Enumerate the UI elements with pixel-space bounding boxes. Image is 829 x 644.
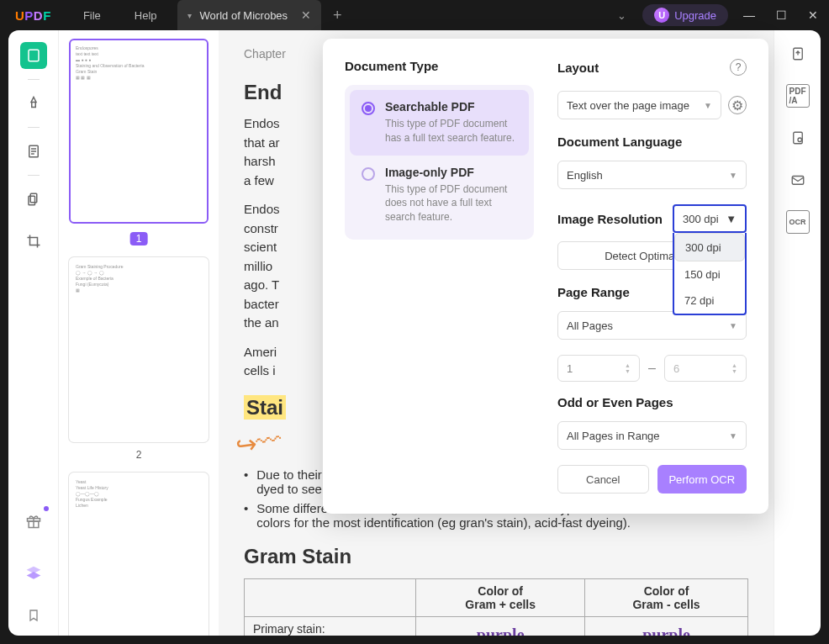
layout-settings-icon[interactable]: ⚙ xyxy=(728,96,747,114)
resolution-dropdown: 300 dpi 150 dpi 72 dpi xyxy=(673,233,747,315)
resolution-select-wrap: 300 dpi ▼ 300 dpi 150 dpi 72 dpi xyxy=(673,204,747,233)
option-description: This type of PDF document has a full tex… xyxy=(385,117,517,145)
resolution-select[interactable]: 300 dpi ▼ xyxy=(673,204,747,233)
select-value: All Pages xyxy=(567,319,613,332)
thumbnails-tool-icon[interactable] xyxy=(20,42,47,69)
add-tab-button[interactable]: + xyxy=(321,7,354,24)
language-heading: Document Language xyxy=(557,135,747,149)
page-thumbnail-3[interactable]: YeastYeast Life History◯—◯—◯Fungus Examp… xyxy=(69,472,209,636)
ocr-icon[interactable]: OCR xyxy=(786,210,810,234)
input-value: 1 xyxy=(567,362,573,375)
language-select[interactable]: English ▼ xyxy=(557,161,747,189)
crop-tool-icon[interactable] xyxy=(20,228,47,255)
maximize-button[interactable]: ☐ xyxy=(765,0,797,30)
copy-tool-icon[interactable] xyxy=(20,186,47,213)
page-thumbnail-2[interactable]: Gram Staining Procedure◯ → ◯ → ◯Example … xyxy=(69,257,209,442)
layers-icon[interactable] xyxy=(20,560,47,587)
table-row-label: Primary stain: Crystal violet xyxy=(245,616,416,636)
upgrade-badge-icon: U xyxy=(654,8,669,23)
left-tool-rail xyxy=(8,30,59,636)
page-to-input[interactable]: 6 ▲▼ xyxy=(664,355,747,382)
chevron-down-icon: ▼ xyxy=(729,431,737,441)
close-window-button[interactable]: ✕ xyxy=(797,0,829,30)
table-header: Color of Gram + cells xyxy=(416,578,585,616)
upgrade-button[interactable]: U Upgrade xyxy=(642,4,728,26)
tab-dropdown-icon[interactable]: ▾ xyxy=(187,11,192,20)
app-logo: UPDF xyxy=(0,8,66,23)
tab-bar: ▾ World of Microbes ✕ + xyxy=(174,0,354,30)
svg-rect-0 xyxy=(29,50,39,61)
menu-file[interactable]: File xyxy=(66,9,118,22)
page-number-2: 2 xyxy=(69,449,209,461)
option-description: This type of PDF document does not have … xyxy=(385,182,517,224)
odd-even-select[interactable]: All Pages in Range ▼ xyxy=(557,421,747,450)
chevron-down-icon: ▼ xyxy=(729,171,737,180)
thumbnail-panel: Endosporestext text text▬ ● ● ●Staining … xyxy=(59,30,219,636)
close-tab-icon[interactable]: ✕ xyxy=(301,8,311,22)
chevron-down-icon: ▼ xyxy=(729,321,737,330)
svg-point-8 xyxy=(798,138,802,142)
resolution-option-72[interactable]: 72 dpi xyxy=(674,288,745,314)
page-range-select[interactable]: All Pages ▼ xyxy=(557,311,747,340)
tab-title: World of Microbes xyxy=(200,9,288,22)
image-only-pdf-option[interactable]: Image-only PDF This type of PDF document… xyxy=(350,156,529,235)
gift-icon[interactable] xyxy=(20,508,47,535)
document-tab[interactable]: ▾ World of Microbes ✕ xyxy=(177,0,322,30)
resolution-heading: Image Resolution xyxy=(557,212,663,226)
stepper-icon[interactable]: ▲▼ xyxy=(731,362,737,374)
mail-icon[interactable] xyxy=(786,168,810,192)
heading-gram-stain: Gram Stain xyxy=(244,545,748,568)
protect-icon[interactable] xyxy=(786,126,810,150)
layout-select[interactable]: Text over the page image ▼ xyxy=(557,91,721,119)
layout-heading: Layout xyxy=(557,61,599,75)
right-tool-rail: PDF/A OCR xyxy=(774,30,821,636)
searchable-pdf-option[interactable]: Searchable PDF This type of PDF document… xyxy=(350,90,529,156)
table-header: Color of Gram - cells xyxy=(585,578,748,616)
odd-even-heading: Odd or Even Pages xyxy=(557,395,747,409)
bookmark-icon[interactable] xyxy=(20,602,47,629)
table-cell-value: purple xyxy=(477,626,525,636)
select-value: 300 dpi xyxy=(683,213,719,225)
page-from-input[interactable]: 1 ▲▼ xyxy=(557,355,640,382)
resolution-option-150[interactable]: 150 dpi xyxy=(674,261,745,288)
table-cell-value: purple xyxy=(642,626,690,636)
cancel-button[interactable]: Cancel xyxy=(557,465,649,494)
select-value: English xyxy=(567,169,603,182)
select-value: Text over the page image xyxy=(567,99,689,112)
document-type-group: Searchable PDF This type of PDF document… xyxy=(345,85,534,240)
page-number-1: 1 xyxy=(130,232,148,245)
form-tool-icon[interactable] xyxy=(20,138,47,165)
minimize-button[interactable]: — xyxy=(733,0,765,30)
chevron-down-icon: ▼ xyxy=(726,213,737,225)
stepper-icon[interactable]: ▲▼ xyxy=(625,362,631,374)
chevron-down-icon: ▼ xyxy=(704,101,712,110)
pdfa-icon[interactable]: PDF/A xyxy=(786,84,810,108)
range-dash: – xyxy=(648,361,656,376)
ocr-settings-panel: Document Type Searchable PDF This type o… xyxy=(323,39,768,514)
upgrade-label: Upgrade xyxy=(674,9,716,22)
select-value: All Pages in Range xyxy=(567,430,660,442)
document-type-heading: Document Type xyxy=(345,59,534,73)
squiggle-annotation-icon: ↪〰 xyxy=(234,425,283,460)
radio-icon xyxy=(362,102,375,115)
export-icon[interactable] xyxy=(786,42,810,66)
option-title: Searchable PDF xyxy=(385,100,517,113)
notification-dot-icon xyxy=(44,506,49,511)
svg-rect-9 xyxy=(792,177,804,185)
gram-stain-table: Color of Gram + cells Color of Gram - ce… xyxy=(244,578,748,636)
resolution-option-300[interactable]: 300 dpi xyxy=(674,233,745,261)
history-dropdown-icon[interactable]: ⌄ xyxy=(605,9,637,22)
highlighter-tool-icon[interactable] xyxy=(20,90,47,117)
page-thumbnail-1[interactable]: Endosporestext text text▬ ● ● ●Staining … xyxy=(69,39,209,224)
option-title: Image-only PDF xyxy=(385,166,517,179)
title-bar: UPDF File Help ▾ World of Microbes ✕ + ⌄… xyxy=(0,0,829,30)
input-value: 6 xyxy=(673,362,679,375)
menu-help[interactable]: Help xyxy=(118,9,174,22)
perform-ocr-button[interactable]: Perform OCR xyxy=(657,465,747,494)
radio-icon xyxy=(362,167,375,181)
svg-rect-3 xyxy=(29,196,35,205)
svg-rect-2 xyxy=(30,193,37,203)
help-icon[interactable]: ? xyxy=(730,59,747,76)
